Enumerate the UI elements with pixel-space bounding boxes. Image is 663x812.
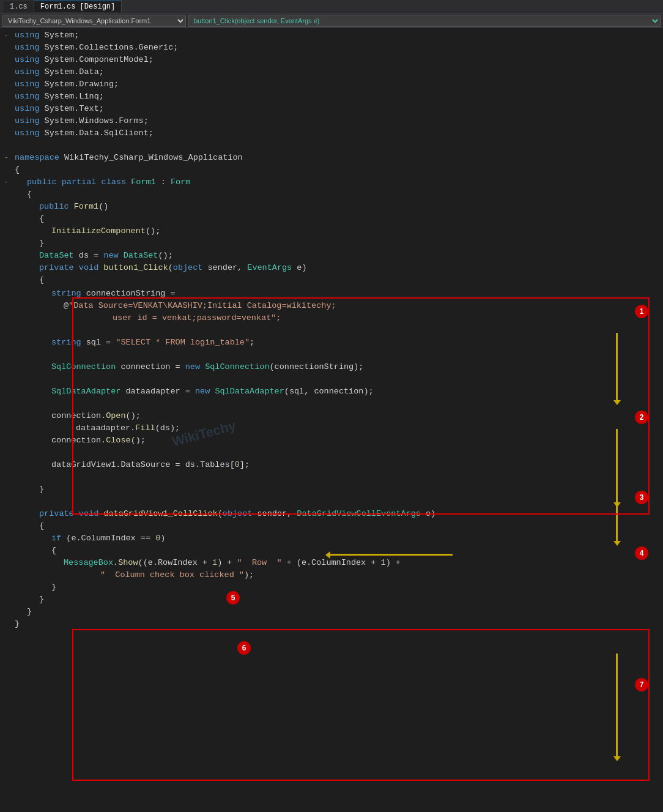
code-line: - public partial class Form1 : Form	[0, 177, 663, 190]
code-line: DataSet ds = new DataSet();	[0, 251, 663, 263]
code-line: using System.ComponentModel;	[0, 55, 663, 67]
code-line: user id = venkat;password=venkat";	[0, 313, 663, 326]
code-line: " Column check box clicked ");	[0, 570, 663, 583]
code-line: using System.Collections.Generic;	[0, 43, 663, 55]
arrow-4	[330, 554, 453, 556]
tab-1cs[interactable]: 1.cs	[4, 1, 34, 12]
editor-area: - using System; using System.Collections…	[0, 28, 663, 634]
code-line: {	[0, 275, 663, 288]
code-line: connection.Open();	[0, 411, 663, 423]
code-line: using System.Drawing;	[0, 80, 663, 92]
code-line: using System.Data;	[0, 67, 663, 80]
annotation-number-6: 6	[237, 641, 251, 655]
code-line: }	[0, 239, 663, 251]
code-line: SqlConnection connection = new SqlConnec…	[0, 362, 663, 374]
code-line: public Form1()	[0, 202, 663, 214]
code-line	[0, 350, 663, 362]
code-line: {	[0, 190, 663, 202]
code-line: string sql = "SELECT * FROM login_table"…	[0, 338, 663, 350]
code-line	[0, 326, 663, 338]
code-line: if (e.ColumnIndex == 0)	[0, 534, 663, 546]
annotation-number-2: 2	[635, 411, 648, 424]
code-line: }	[0, 619, 663, 631]
code-line: - using System;	[0, 31, 663, 43]
code-line: {	[0, 521, 663, 534]
annotation-number-7: 7	[635, 678, 648, 691]
code-line: dataGridView1.DataSource = ds.Tables[0];	[0, 460, 663, 472]
code-line: string connectionString =	[0, 289, 663, 301]
code-line: @"Data Source=VENKAT\KAASHIV;Initial Cat…	[0, 301, 663, 313]
code-line: }	[0, 595, 663, 607]
code-line: dataadapter.Fill(ds);	[0, 423, 663, 436]
code-line: {	[0, 546, 663, 558]
code-line: - namespace WikiTechy_Csharp_Windows_App…	[0, 153, 663, 165]
code-line	[0, 472, 663, 485]
code-line	[0, 374, 663, 387]
arrow-7	[616, 654, 618, 756]
tab-form1-design[interactable]: Form1.cs [Design]	[34, 1, 122, 12]
annotation-number-1: 1	[635, 305, 648, 318]
annotation-number-3: 3	[635, 491, 648, 504]
arrow-2	[616, 429, 618, 502]
code-line: using System.Windows.Forms;	[0, 116, 663, 129]
code-line: InitializeComponent();	[0, 226, 663, 239]
class-dropdown[interactable]: VikiTechy_Csharp_Windows_Application.For…	[2, 15, 186, 27]
annotation-box-2	[72, 629, 650, 781]
arrow-1	[616, 333, 618, 400]
code-line: private void dataGridView1_CellClick(obj…	[0, 509, 663, 521]
code-line	[0, 448, 663, 460]
code-line: }	[0, 607, 663, 619]
annotation-number-5: 5	[226, 591, 240, 605]
code-line: MessageBox.Show((e.RowIndex + 1) + " Row…	[0, 558, 663, 570]
code-line: {	[0, 165, 663, 177]
method-dropdown[interactable]: button1_Click(object sender, EventArgs e…	[188, 15, 661, 27]
code-editor[interactable]: - using System; using System.Collections…	[0, 28, 663, 634]
title-bar: 1.cs Form1.cs [Design]	[0, 0, 663, 13]
code-line: }	[0, 583, 663, 595]
code-line: using System.Linq;	[0, 92, 663, 104]
code-line	[0, 399, 663, 411]
annotation-number-4: 4	[635, 546, 648, 560]
code-line: using System.Text;	[0, 104, 663, 116]
arrow-3	[616, 504, 618, 541]
nav-bar: VikiTechy_Csharp_Windows_Application.For…	[0, 13, 663, 28]
code-line: connection.Close();	[0, 436, 663, 448]
code-line: }	[0, 485, 663, 497]
code-line: using System.Data.SqlClient;	[0, 129, 663, 141]
code-line: {	[0, 214, 663, 226]
code-line	[0, 497, 663, 509]
code-line	[0, 141, 663, 153]
code-line: SqlDataAdapter dataadapter = new SqlData…	[0, 387, 663, 399]
code-line: private void button1_Click(object sender…	[0, 263, 663, 275]
